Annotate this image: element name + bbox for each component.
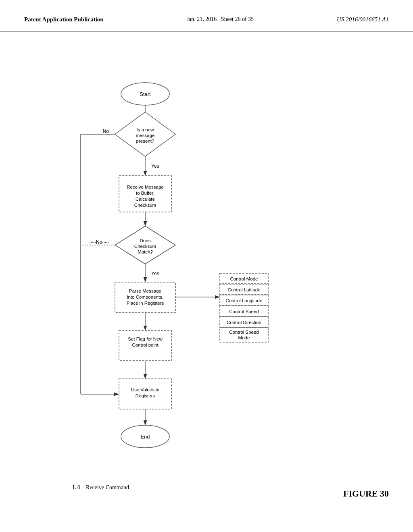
diagram-caption: L.0 – Receive Command <box>73 484 129 491</box>
svg-text:Parse Message: Parse Message <box>129 289 161 293</box>
page-header: Patent Application Publication Jan. 21, … <box>0 0 413 31</box>
flowchart-svg: Start Is a new message present? No Yes R… <box>0 31 413 515</box>
svg-text:message: message <box>136 133 155 138</box>
svg-text:·····No·····: ·····No····· <box>89 239 109 245</box>
header-right: US 2016/0016651 A1 <box>337 16 389 23</box>
svg-text:End: End <box>140 434 150 440</box>
svg-text:Match?: Match? <box>138 249 153 254</box>
svg-text:Set Flag for New: Set Flag for New <box>128 337 163 341</box>
svg-text:present?: present? <box>136 139 154 143</box>
header-left: Patent Application Publication <box>24 16 104 23</box>
diagram-area: Start Is a new message present? No Yes R… <box>0 31 413 515</box>
svg-text:Yes: Yes <box>151 163 159 169</box>
svg-text:Does: Does <box>140 238 151 243</box>
svg-text:Calculate: Calculate <box>136 197 155 202</box>
svg-text:Control Speed: Control Speed <box>229 330 259 335</box>
svg-text:Checksum: Checksum <box>134 203 156 208</box>
header-date: Jan. 21, 2016 <box>187 16 217 22</box>
svg-text:Registers: Registers <box>136 393 155 398</box>
svg-text:Control Direction: Control Direction <box>227 320 261 325</box>
svg-text:into Components,: into Components, <box>127 295 163 299</box>
header-sheet: Sheet 26 of 35 <box>221 16 254 22</box>
svg-text:Control Speed: Control Speed <box>229 309 259 314</box>
svg-text:Yes: Yes <box>151 271 159 276</box>
svg-text:Control point: Control point <box>132 343 159 347</box>
svg-text:Is a new: Is a new <box>137 127 154 132</box>
svg-text:Receive Message: Receive Message <box>127 185 163 189</box>
svg-text:Use Values in: Use Values in <box>131 387 159 392</box>
figure-label: FIGURE 30 <box>343 488 389 499</box>
svg-text:to Buffer,: to Buffer, <box>136 191 154 195</box>
svg-text:Place in Registers: Place in Registers <box>127 301 164 305</box>
svg-text:Checksum: Checksum <box>134 244 156 249</box>
svg-text:Control Latitude: Control Latitude <box>227 287 260 292</box>
header-center: Jan. 21, 2016 Sheet 26 of 35 <box>187 16 254 23</box>
svg-text:No: No <box>103 129 109 134</box>
svg-text:Start: Start <box>140 91 151 97</box>
svg-text:Mode: Mode <box>238 335 250 340</box>
svg-text:Control Longitude: Control Longitude <box>226 298 263 303</box>
svg-text:Control Mode: Control Mode <box>230 276 258 281</box>
